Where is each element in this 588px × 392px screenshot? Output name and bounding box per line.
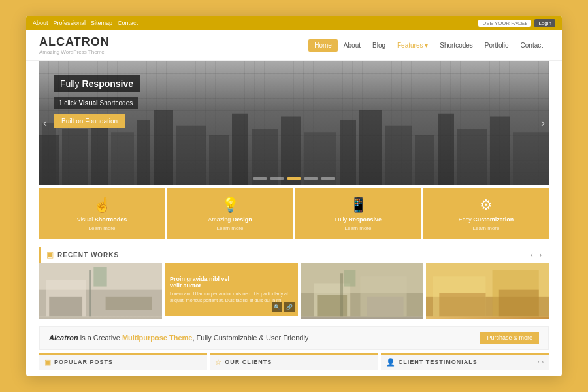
hero-title: Fully Responsive <box>54 75 140 92</box>
svg-rect-17 <box>438 114 454 185</box>
svg-rect-2 <box>62 129 88 186</box>
svg-rect-41 <box>439 293 485 317</box>
slider-dot-1[interactable] <box>253 177 267 180</box>
work-item-4[interactable] <box>426 263 549 319</box>
slider-dot-4[interactable] <box>304 177 318 180</box>
svg-rect-8 <box>209 135 229 185</box>
svg-rect-7 <box>176 126 206 185</box>
svg-rect-26 <box>93 267 106 286</box>
hero-cta-button[interactable]: Built on Foundation <box>54 114 125 128</box>
feature-label-shortcodes: Visual Shortcodes <box>44 216 159 223</box>
work-overlay-icons: 🔍 🔗 <box>272 302 295 312</box>
site-logo: ALCATRON <box>39 35 308 49</box>
nav-portfolio[interactable]: Portfolio <box>479 39 515 52</box>
nav-home[interactable]: Home <box>308 39 338 52</box>
bottom-section-our-clients: ☆ OUR CLIENTS <box>210 353 378 370</box>
svg-rect-6 <box>154 110 173 185</box>
bottom-section-popular-posts: ▣ POPULAR POSTS <box>39 353 207 370</box>
work-zoom-icon[interactable]: 🔍 <box>272 302 282 312</box>
facebook-input[interactable] <box>478 20 531 27</box>
nav-shortcodes[interactable]: Shortcodes <box>434 39 479 52</box>
feature-learn-shortcodes: Learn more <box>44 225 159 234</box>
svg-rect-19 <box>490 117 510 186</box>
svg-rect-15 <box>385 126 412 185</box>
recent-works-prev[interactable]: ‹ <box>529 252 534 259</box>
our-clients-icon: ☆ <box>215 358 221 367</box>
browser-top-bar: About Professional Sitemap Contact Login <box>26 16 562 30</box>
popular-posts-title: POPULAR POSTS <box>54 359 113 365</box>
feature-box-shortcodes[interactable]: ☝ Visual Shortcodes Learn more <box>39 188 165 239</box>
feature-box-customization[interactable]: ⚙ Easy Customization Learn more <box>423 188 549 239</box>
slider-dot-3[interactable] <box>287 177 301 180</box>
slider-dot-5[interactable] <box>321 177 335 180</box>
svg-rect-1 <box>42 123 56 185</box>
work-link-icon[interactable]: 🔗 <box>284 302 295 312</box>
feature-box-design[interactable]: 💡 Amazing Design Learn more <box>167 188 293 239</box>
recent-works-header: ▣ RECENT WORKS ‹ › <box>39 247 549 263</box>
svg-rect-20 <box>513 133 549 186</box>
svg-rect-33 <box>367 297 404 316</box>
nav-blog[interactable]: Blog <box>367 39 391 52</box>
hero-content: Fully Responsive 1 click Visual Shortcod… <box>54 75 140 128</box>
testimonials-icon: 👤 <box>386 358 395 367</box>
work-item-3[interactable] <box>301 263 423 319</box>
promo-strip: Alcatron is a Creative Multipurpose Them… <box>39 326 549 350</box>
promo-purchase-button[interactable]: Purchase & more <box>480 332 539 344</box>
popular-posts-icon: ▣ <box>44 358 51 367</box>
bottom-section-testimonials: 👤 CLIENT TESTIMONIALS ‹ › <box>381 353 549 370</box>
popular-posts-header: ▣ POPULAR POSTS <box>44 358 202 367</box>
slider-dot-2[interactable] <box>270 177 284 180</box>
feature-label-responsive: Fully Responsive <box>301 216 416 223</box>
testimonials-next[interactable]: › <box>542 359 544 365</box>
our-clients-header: ☆ OUR CLIENTS <box>215 358 372 367</box>
slider-prev-arrow[interactable]: ‹ <box>43 116 47 130</box>
feature-boxes: ☝ Visual Shortcodes Learn more 💡 Amazing… <box>39 185 549 242</box>
slider-dots <box>253 177 335 180</box>
recent-works-title: RECENT WORKS <box>57 252 119 259</box>
recent-works-next[interactable]: › <box>538 252 544 259</box>
bottom-sections: ▣ POPULAR POSTS ☆ OUR CLIENTS 👤 CLIENT T… <box>39 353 549 370</box>
svg-rect-14 <box>359 110 382 185</box>
testimonials-prev[interactable]: ‹ <box>538 359 540 365</box>
nav-features[interactable]: Features ▾ <box>391 39 434 52</box>
svg-rect-4 <box>111 133 134 186</box>
main-nav: Home About Blog Features ▾ Shortcodes Po… <box>308 39 549 52</box>
testimonials-title: CLIENT TESTIMONIALS <box>399 359 478 365</box>
svg-rect-16 <box>415 135 434 185</box>
svg-rect-9 <box>232 114 248 185</box>
svg-rect-18 <box>457 129 487 186</box>
svg-rect-34 <box>340 274 343 317</box>
recent-works-icon: ▣ <box>46 250 54 259</box>
browser-nav-about[interactable]: About <box>33 20 48 26</box>
svg-rect-27 <box>106 297 152 310</box>
design-icon: 💡 <box>172 197 287 214</box>
nav-contact[interactable]: Contact <box>515 39 549 52</box>
browser-frame: About Professional Sitemap Contact Login… <box>26 16 562 376</box>
browser-nav-professional[interactable]: Professional <box>54 20 86 26</box>
work-text-title: Proin gravida nibl velvelit auctor <box>170 276 293 289</box>
svg-rect-35 <box>344 270 355 287</box>
hero-slider: Fully Responsive 1 click Visual Shortcod… <box>39 61 549 185</box>
our-clients-title: OUR CLIENTS <box>225 359 272 365</box>
customization-icon: ⚙ <box>429 197 544 214</box>
svg-rect-11 <box>281 117 301 186</box>
slider-next-arrow[interactable]: › <box>541 116 545 130</box>
browser-nav-sitemap[interactable]: Sitemap <box>91 20 112 26</box>
responsive-icon: 📱 <box>301 197 416 214</box>
feature-learn-customization: Learn more <box>429 225 544 234</box>
feature-label-design: Amazing Design <box>172 216 287 223</box>
hero-subtitle: 1 click Visual Shortcodes <box>54 97 138 109</box>
svg-rect-13 <box>340 120 356 186</box>
work-item-1[interactable] <box>39 263 162 319</box>
site-tagline: Amazing WordPress Theme <box>39 49 308 55</box>
login-button[interactable]: Login <box>534 19 555 27</box>
browser-nav-contact[interactable]: Contact <box>118 20 138 26</box>
svg-rect-5 <box>137 120 150 186</box>
testimonials-nav: ‹ › <box>538 359 544 365</box>
nav-about[interactable]: About <box>338 39 367 52</box>
works-gallery: Proin gravida nibl velvelit auctor Lorem… <box>39 263 549 321</box>
feature-learn-responsive: Learn more <box>301 225 416 234</box>
feature-box-responsive[interactable]: 📱 Fully Responsive Learn more <box>295 188 421 239</box>
shortcodes-icon: ☝ <box>44 197 159 214</box>
work-item-2[interactable]: Proin gravida nibl velvelit auctor Lorem… <box>165 263 298 316</box>
